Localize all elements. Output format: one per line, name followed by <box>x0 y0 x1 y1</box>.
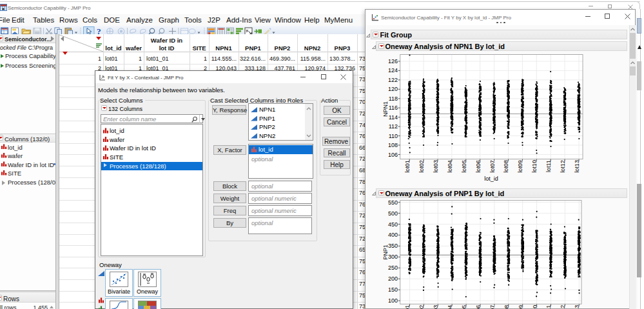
svg-text:lot06: lot06 <box>475 160 482 173</box>
svg-text:lot02: lot02 <box>418 305 425 309</box>
svg-text:lot05: lot05 <box>461 160 467 173</box>
svg-text:116: 116 <box>389 105 398 111</box>
svg-text:lot01: lot01 <box>405 305 411 309</box>
svg-text:118: 118 <box>389 95 398 102</box>
svg-text:y.: y. <box>246 28 249 32</box>
svg-text:lot03: lot03 <box>433 160 439 173</box>
svg-text:106: 106 <box>388 152 398 158</box>
svg-text:450: 450 <box>388 221 398 228</box>
svg-text:lot13: lot13 <box>574 160 580 173</box>
svg-text:150: 150 <box>388 286 398 293</box>
svg-text:400: 400 <box>388 232 398 238</box>
svg-text:250: 250 <box>388 264 398 271</box>
svg-text:124: 124 <box>388 67 398 74</box>
svg-text:122: 122 <box>388 77 398 83</box>
svg-text:120: 120 <box>388 86 398 92</box>
svg-text:500: 500 <box>388 210 398 217</box>
svg-text:NPN1: NPN1 <box>382 101 389 117</box>
svg-text:lot09: lot09 <box>517 160 523 173</box>
svg-text:350: 350 <box>388 243 398 249</box>
svg-text:lot05: lot05 <box>461 305 467 309</box>
svg-text:lot06: lot06 <box>475 305 482 309</box>
svg-text:lot11: lot11 <box>545 160 552 172</box>
svg-text:lot07: lot07 <box>489 160 496 173</box>
svg-text:lot11: lot11 <box>546 305 552 309</box>
svg-text:300: 300 <box>388 254 398 260</box>
svg-text:lot12: lot12 <box>560 160 566 173</box>
svg-text:lot04: lot04 <box>447 305 453 309</box>
svg-text:lot10: lot10 <box>531 160 538 173</box>
svg-text:lot13: lot13 <box>574 305 580 309</box>
svg-text:lot04: lot04 <box>447 160 453 173</box>
svg-text:550: 550 <box>388 199 398 206</box>
svg-text:114: 114 <box>389 114 398 121</box>
svg-text:108: 108 <box>388 142 398 148</box>
svg-text:lot_id: lot_id <box>484 175 498 182</box>
svg-text:112: 112 <box>389 123 398 130</box>
svg-text:lot09: lot09 <box>518 305 524 309</box>
svg-text:lot12: lot12 <box>560 305 566 309</box>
svg-text:100: 100 <box>388 297 398 304</box>
svg-text:lot02: lot02 <box>418 160 425 173</box>
svg-text:lot08: lot08 <box>503 305 510 309</box>
svg-text:lot01: lot01 <box>404 160 411 173</box>
svg-text:lot03: lot03 <box>433 305 439 309</box>
svg-text:lot08: lot08 <box>503 160 510 173</box>
svg-text:110: 110 <box>389 133 398 139</box>
svg-text:126: 126 <box>388 58 398 65</box>
svg-text:PNP1: PNP1 <box>382 244 389 260</box>
svg-text:lot07: lot07 <box>489 305 496 309</box>
svg-text:200: 200 <box>388 275 398 282</box>
svg-text:lot10: lot10 <box>532 305 538 309</box>
